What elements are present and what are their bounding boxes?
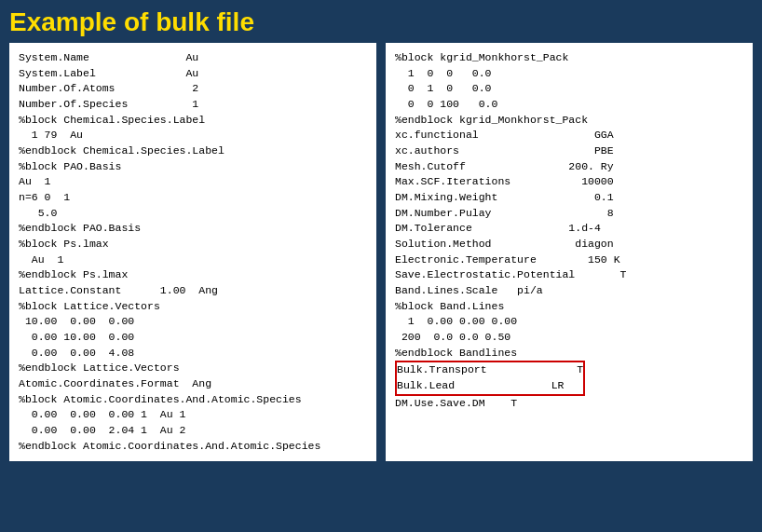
code-line: Mesh.Cutoff 200. Ry <box>395 159 743 175</box>
code-line: %block kgrid_Monkhorst_Pack <box>395 50 743 66</box>
code-line: DM.Mixing.Weight 0.1 <box>395 190 743 206</box>
code-line: %endblock PAO.Basis <box>19 221 367 237</box>
code-line: n=6 0 1 <box>19 190 367 206</box>
code-line: 0 1 0 0.0 <box>395 81 743 97</box>
code-line: 1 79 Au <box>19 128 367 143</box>
page-title: Example of bulk file <box>0 0 762 43</box>
code-line: 0.00 10.00 0.00 <box>19 330 367 346</box>
code-line: Atomic.Coordinates.Format Ang <box>19 376 367 392</box>
code-line: Max.SCF.Iterations 10000 <box>395 174 743 190</box>
code-line: 0.00 0.00 0.00 1 Au 1 <box>19 407 367 423</box>
code-line: %block Chemical.Species.Label <box>19 113 367 129</box>
code-line: %endblock Chemical.Species.Label <box>19 143 367 159</box>
right-code-panel: %block kgrid_Monkhorst_Pack 1 0 0 0.0 0 … <box>386 43 753 461</box>
code-line: System.Label Au <box>19 66 367 82</box>
code-line: 0.00 0.00 2.04 1 Au 2 <box>19 423 367 439</box>
code-line: %block Ps.lmax <box>19 237 367 252</box>
code-line: 0 0 100 0.0 <box>395 97 743 113</box>
highlighted-block: Bulk.Transport TBulk.Lead LR <box>395 361 585 395</box>
code-line: Au 1 <box>19 252 367 268</box>
code-line: DM.Tolerance 1.d-4 <box>395 221 743 237</box>
code-line: %block PAO.Basis <box>19 159 367 175</box>
code-line: xc.functional GGA <box>395 128 743 143</box>
code-line: Number.Of.Atoms 2 <box>19 81 367 97</box>
code-line: Band.Lines.Scale pi/a <box>395 283 743 299</box>
code-line: 1 0 0 0.0 <box>395 66 743 82</box>
code-line: %block Band.Lines <box>395 299 743 315</box>
code-line: DM.Use.Save.DM T <box>395 396 743 412</box>
code-line: %endblock kgrid_Monkhorst_Pack <box>395 113 743 129</box>
code-line: Au 1 <box>19 174 367 190</box>
code-line: %endblock Bandlines <box>395 346 743 361</box>
code-line: System.Name Au <box>19 50 367 66</box>
code-line: 0.00 0.00 4.08 <box>19 346 367 361</box>
code-line: 1 0.00 0.00 0.00 <box>395 314 743 330</box>
code-line-highlighted: Bulk.Lead LR <box>397 378 583 394</box>
code-line-highlighted: Bulk.Transport T <box>397 362 583 378</box>
code-line: %endblock Lattice.Vectors <box>19 361 367 376</box>
code-line: 5.0 <box>19 206 367 222</box>
code-line: Electronic.Temperature 150 K <box>395 252 743 268</box>
code-line: %endblock Ps.lmax <box>19 267 367 283</box>
left-code-panel: System.Name AuSystem.Label AuNumber.Of.A… <box>9 43 376 461</box>
code-line: xc.authors PBE <box>395 143 743 159</box>
code-line: %block Atomic.Coordinates.And.Atomic.Spe… <box>19 392 367 408</box>
code-line: Number.Of.Species 1 <box>19 97 367 113</box>
code-line: 200 0.0 0.0 0.50 <box>395 330 743 346</box>
code-line: %block Lattice.Vectors <box>19 299 367 315</box>
code-line: Solution.Method diagon <box>395 237 743 252</box>
code-line: %endblock Atomic.Coordinates.And.Atomic.… <box>19 439 367 455</box>
code-line: Save.Electrostatic.Potential T <box>395 267 743 283</box>
code-line: Lattice.Constant 1.00 Ang <box>19 283 367 299</box>
code-line: DM.Number.Pulay 8 <box>395 206 743 222</box>
content-area: System.Name AuSystem.Label AuNumber.Of.A… <box>0 43 762 471</box>
code-line: 10.00 0.00 0.00 <box>19 314 367 330</box>
